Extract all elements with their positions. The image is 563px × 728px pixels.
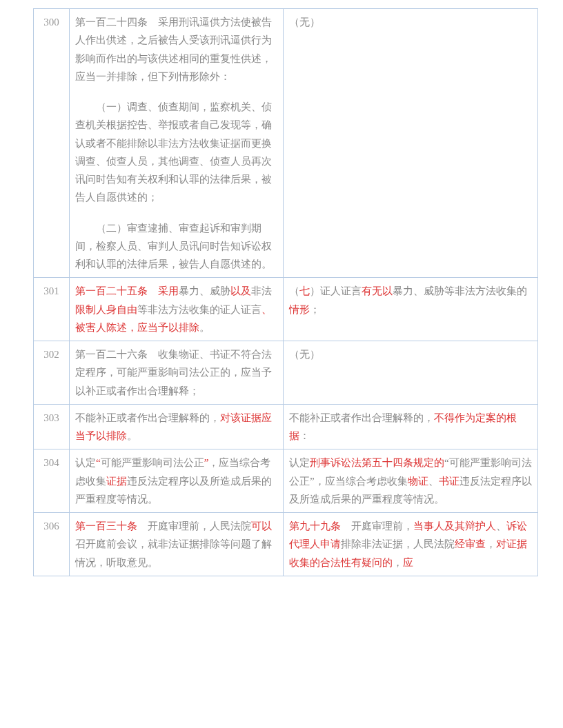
row-number: 300: [34, 9, 70, 278]
paragraph: （无）: [289, 345, 532, 363]
text-segment: ，: [486, 538, 496, 549]
paragraph: 第九十九条 开庭审理前，当事人及其辩护人、诉讼代理人申请排除非法证据，人民法院经…: [289, 517, 532, 572]
cell-left: 第一百二十六条 收集物证、书证不符合法定程序，可能严重影响司法公正的，应当予以补…: [70, 341, 284, 405]
cell-left: 认定“可能严重影响司法公正”，应当综合考虑收集证据违反法定程序以及所造成后果的严…: [70, 449, 284, 513]
comparison-table: 300第一百二十四条 采用刑讯逼供方法使被告人作出供述，之后被告人受该刑讯逼供行…: [33, 8, 538, 576]
text-segment: 。: [127, 430, 137, 441]
text-segment: ）证人证言: [310, 285, 362, 296]
text-segment: 以及: [230, 285, 251, 296]
text-segment: 七: [299, 285, 310, 296]
text-segment: （: [289, 285, 299, 296]
text-segment: 暴力、威胁: [179, 285, 230, 296]
paragraph: 认定刑事诉讼法第五十四条规定的“可能严重影响司法公正”，应当综合考虑收集物证、书…: [289, 454, 532, 508]
cell-left: 第一百三十条 开庭审理前，人民法院可以召开庭前会议，就非法证据排除等问题了解情况…: [70, 513, 284, 576]
text-segment: 开庭审理前，: [341, 520, 413, 532]
row-number: 303: [34, 404, 70, 449]
paragraph: （一）调查、侦查期间，监察机关、侦查机关根据控告、举报或者自己发现等，确认或者不…: [75, 98, 277, 207]
paragraph: 第一百三十条 开庭审理前，人民法院可以召开庭前会议，就非法证据排除等问题了解情况…: [75, 517, 277, 572]
table-row: 302第一百二十六条 收集物证、书证不符合法定程序，可能严重影响司法公正的，应当…: [34, 341, 538, 405]
table-row: 301第一百二十五条 采用暴力、威胁以及非法限制人身自由等非法方法收集的证人证言…: [34, 278, 538, 341]
text-segment: ；: [310, 304, 320, 315]
table-body: 300第一百二十四条 采用刑讯逼供方法使被告人作出供述，之后被告人受该刑讯逼供行…: [34, 9, 538, 576]
table-row: 303不能补正或者作出合理解释的，对该证据应当予以排除。不能补正或者作出合理解释…: [34, 404, 538, 449]
text-segment: 认定: [75, 457, 96, 468]
text-segment: 当事人及其辩护人: [413, 520, 496, 532]
text-segment: 暴力、威胁等非法方法收集的: [393, 285, 527, 296]
text-segment: 召开庭前会议，就非法证据排除等问题了解情况，听取意见。: [75, 538, 272, 567]
text-segment: 排除非法证据，人民法院: [341, 538, 455, 549]
text-segment: 有无以: [362, 285, 393, 296]
paragraph: 不能补正或者作出合理解释的，对该证据应当予以排除。: [75, 409, 277, 445]
text-segment: 等非法方法收集的证人证言: [137, 304, 261, 315]
row-number: 304: [34, 449, 70, 513]
text-segment: （无）: [289, 349, 320, 360]
cell-right: （无）: [284, 341, 538, 405]
text-segment: 第一百二十六条 收集物证、书证不符合法定程序，可能严重影响司法公正的，应当予以补…: [75, 349, 272, 396]
text-segment: 经审查: [455, 538, 486, 549]
text-segment: “: [96, 457, 101, 468]
cell-right: （无）: [284, 9, 538, 278]
text-segment: 。: [199, 322, 210, 333]
text-segment: 第九十九条: [289, 520, 341, 532]
cell-right: 不能补正或者作出合理解释的，不得作为定案的根据：: [284, 404, 538, 449]
paragraph: （二）审查逮捕、审查起诉和审判期间，检察人员、审判人员讯问时告知诉讼权利和认罪的…: [75, 219, 277, 274]
text-segment: 不能补正或者作出合理解释的，: [75, 412, 220, 423]
text-segment: 证据: [106, 476, 127, 487]
paragraph: 第一百二十四条 采用刑讯逼供方法使被告人作出供述，之后被告人受该刑讯逼供行为影响…: [75, 13, 277, 85]
text-segment: （无）: [289, 17, 320, 28]
row-number: 301: [34, 278, 70, 341]
text-segment: ：: [299, 430, 310, 441]
text-segment: 限制人身自由: [75, 304, 137, 315]
text-segment: （二）审查逮捕、审查起诉和审判期间，检察人员、审判人员讯问时告知诉讼权利和认罪的…: [75, 223, 272, 270]
cell-right: 认定刑事诉讼法第五十四条规定的“可能严重影响司法公正”，应当综合考虑收集物证、书…: [284, 449, 538, 513]
text-segment: 非法: [251, 285, 272, 296]
text-segment: 物证: [408, 476, 428, 487]
paragraph: 认定“可能严重影响司法公正”，应当综合考虑收集证据违反法定程序以及所造成后果的严…: [75, 454, 277, 508]
text-segment: 刑事诉讼法第五十四条规定的: [310, 457, 444, 468]
paragraph: 第一百二十六条 收集物证、书证不符合法定程序，可能严重影响司法公正的，应当予以补…: [75, 345, 277, 400]
cell-right: （七）证人证言有无以暴力、威胁等非法方法收集的情形；: [284, 278, 538, 341]
text-segment: 、: [496, 520, 506, 532]
text-segment: ，: [393, 557, 403, 568]
text-segment: 可能严重影响司法公正: [101, 457, 204, 468]
row-number: 306: [34, 513, 70, 576]
cell-left: 第一百二十五条 采用暴力、威胁以及非法限制人身自由等非法方法收集的证人证言、被害…: [70, 278, 284, 341]
text-segment: 应: [403, 557, 413, 568]
paragraph: （无）: [289, 13, 532, 31]
table-row: 306第一百三十条 开庭审理前，人民法院可以召开庭前会议，就非法证据排除等问题了…: [34, 513, 538, 576]
text-segment: 不能补正或者作出合理解释的，: [289, 412, 434, 423]
text-segment: 第一百二十四条 采用刑讯逼供方法使被告人作出供述，之后被告人受该刑讯逼供行为影响…: [75, 17, 272, 82]
row-number: 302: [34, 341, 70, 405]
text-segment: 第一百三十条: [75, 520, 137, 532]
text-segment: 第一百二十五条 采用: [75, 285, 179, 296]
cell-left: 不能补正或者作出合理解释的，对该证据应当予以排除。: [70, 404, 284, 449]
text-segment: 认定: [289, 457, 310, 468]
table-row: 300第一百二十四条 采用刑讯逼供方法使被告人作出供述，之后被告人受该刑讯逼供行…: [34, 9, 538, 278]
cell-left: 第一百二十四条 采用刑讯逼供方法使被告人作出供述，之后被告人受该刑讯逼供行为影响…: [70, 9, 284, 278]
text-segment: 情形: [289, 304, 310, 315]
text-segment: 开庭审理前，人民法院: [137, 520, 251, 532]
text-segment: 书证: [439, 476, 460, 487]
paragraph: 不能补正或者作出合理解释的，不得作为定案的根据：: [289, 409, 532, 445]
paragraph: （七）证人证言有无以暴力、威胁等非法方法收集的情形；: [289, 282, 532, 318]
text-segment: （一）调查、侦查期间，监察机关、侦查机关根据控告、举报或者自己发现等，确认或者不…: [75, 101, 272, 203]
text-segment: 、: [428, 476, 439, 487]
paragraph: 第一百二十五条 采用暴力、威胁以及非法限制人身自由等非法方法收集的证人证言、被害…: [75, 282, 277, 336]
text-segment: 可以: [251, 520, 272, 532]
cell-right: 第九十九条 开庭审理前，当事人及其辩护人、诉讼代理人申请排除非法证据，人民法院经…: [284, 513, 538, 576]
table-row: 304认定“可能严重影响司法公正”，应当综合考虑收集证据违反法定程序以及所造成后…: [34, 449, 538, 513]
